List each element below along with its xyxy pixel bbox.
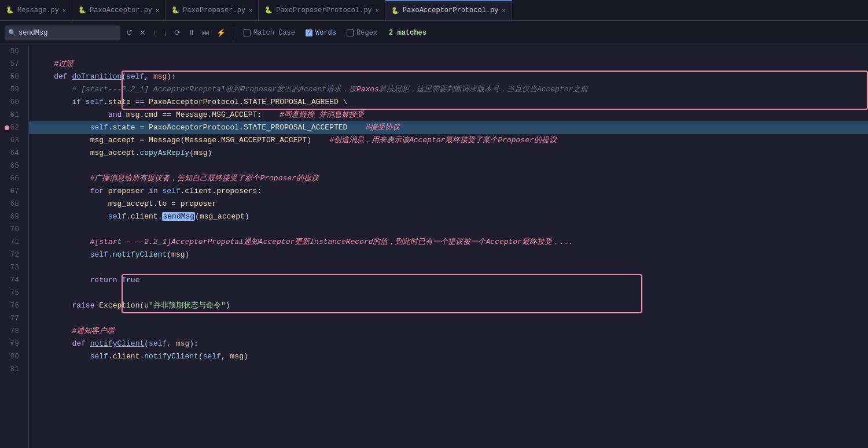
tab-icon-message: 🐍 — [6, 6, 14, 14]
msg-accept-63: msg_accept — [90, 136, 135, 145]
code-line-64: msg_accept.copyAsReply(msg) — [29, 147, 868, 160]
msg-accept-69: msg_accept — [200, 212, 245, 221]
code-content[interactable]: #过渡 def doTranition(self, msg): # [start… — [29, 45, 868, 376]
self-69: self — [108, 212, 126, 221]
line-num-76: 76 — [5, 299, 23, 312]
tab-close-acceptor-proto[interactable]: ✕ — [502, 7, 505, 14]
fold-arrow-61[interactable]: ▼ — [10, 109, 13, 121]
line-num-59: 59 — [5, 83, 23, 96]
regex-option[interactable]: Regex — [343, 28, 381, 38]
search-pause-button[interactable]: ⏸ — [185, 27, 197, 38]
param-self-58: self — [126, 72, 144, 81]
kw-raise-76: raise — [72, 301, 94, 310]
code-line-58: def doTranition(self, msg): — [29, 71, 868, 83]
kw-for-67: for — [90, 187, 104, 195]
kw-in-67: in — [149, 187, 158, 195]
tab-label-proposer-proto: PaxoProposerProtocol.py — [276, 6, 372, 14]
self-72: self — [90, 250, 108, 259]
comment-71: #[start – --2.2_1]AcceptorPropotal通知Acce… — [90, 238, 573, 246]
tab-label-proposer: PaxoProposer.py — [183, 6, 245, 14]
line-num-68: 68 — [5, 198, 23, 210]
code-line-80: self.client.notifyClient(self, msg) — [29, 350, 868, 363]
tab-proposer-proto[interactable]: 🐍 PaxoProposerProtocol.py ✕ — [259, 0, 385, 21]
code-line-77 — [29, 312, 868, 325]
tab-label-message: Message.py — [17, 6, 59, 14]
line-num-63: 63 — [5, 134, 23, 147]
code-line-78: #通知客户端 — [29, 325, 868, 338]
code-line-67: for proposer in self.client.proposers: — [29, 185, 868, 198]
line-num-78: 78 — [5, 325, 23, 338]
tab-close-proposer[interactable]: ✕ — [249, 7, 252, 14]
tab-message[interactable]: 🐍 Message.py ✕ — [0, 0, 72, 21]
search-skip-button[interactable]: ⏭ — [200, 27, 212, 38]
str-76: u"并非预期状态与命令" — [144, 301, 225, 310]
self-62: self — [90, 123, 108, 132]
line-num-70: 70 — [5, 223, 23, 236]
cls-msg-63: Message — [149, 136, 181, 145]
search-prev-button[interactable]: ↺ — [124, 27, 135, 38]
self-60: self — [86, 98, 104, 106]
search-filter-button[interactable]: ⚡ — [214, 27, 228, 38]
search-input-wrap[interactable]: 🔍 — [5, 25, 120, 40]
cls-exception-76: Exception — [99, 301, 139, 310]
code-line-59: # [start---2.2_1] AcceptorPropotal收到Prop… — [29, 83, 868, 96]
code-line-56 — [29, 45, 868, 58]
comment-62: #接受协议 — [366, 123, 400, 132]
match-case-option[interactable]: Match Case — [240, 28, 299, 38]
tab-icon-acceptor: 🐍 — [78, 6, 86, 14]
param-self-79: self — [149, 339, 167, 348]
words-option[interactable]: ✓ Words — [302, 28, 340, 38]
cmd-61: cmd — [144, 110, 157, 119]
proposer-67: proposer — [108, 187, 144, 195]
fold-arrow-67[interactable]: ▼ — [10, 185, 13, 198]
code-line-76: raise Exception(u"并非预期状态与命令") — [29, 299, 868, 312]
match-case-checkbox[interactable] — [244, 29, 251, 36]
search-down-button[interactable]: ↓ — [161, 27, 170, 38]
line-num-81: 81 — [5, 363, 23, 376]
tab-label-acceptor-proto: PaxoAcceptorProtocol.py — [403, 6, 499, 14]
msg-cmd-61: msg — [126, 110, 139, 119]
tab-acceptor[interactable]: 🐍 PaxoAcceptor.py ✕ — [72, 0, 165, 21]
tab-close-message[interactable]: ✕ — [62, 7, 66, 14]
cls-61: Message — [176, 110, 208, 119]
fold-arrow-79[interactable]: ▼ — [10, 338, 13, 350]
match-sendMsg-69: sendMsg — [162, 212, 195, 221]
client-69: client — [131, 212, 158, 221]
search-refresh-button[interactable]: ⟳ — [172, 27, 183, 38]
line-num-61: 61 ▼ — [5, 109, 23, 121]
line-num-60: 60 — [5, 96, 23, 109]
words-checkbox[interactable]: ✓ — [306, 29, 312, 36]
tab-close-proposer-proto[interactable]: ✕ — [376, 7, 379, 14]
line-num-67: 67 ▼ — [5, 185, 23, 198]
comment-78: #通知客户端 — [72, 327, 114, 335]
const2-63: MSG_ACCEPTOR_ACCEPT — [221, 136, 307, 145]
match-case-label: Match Case — [253, 29, 295, 37]
search-up-button[interactable]: ↑ — [150, 27, 159, 38]
search-input[interactable] — [19, 29, 100, 37]
line-num-66: 66 — [5, 172, 23, 185]
state-62: state — [113, 123, 135, 132]
line-num-77: 77 — [5, 312, 23, 325]
search-bar: 🔍 ↺ ✕ ↑ ↓ ⟳ ⏸ ⏭ ⚡ Match Case ✓ Words Reg… — [0, 21, 868, 45]
line-num-56: 56 — [5, 45, 23, 58]
tab-acceptor-proto[interactable]: 🐍 PaxoAcceptorProtocol.py ✕ — [385, 0, 512, 21]
code-area: 56 57 58 ▼ 59 60 61 ▼ 62 63 64 65 66 67 … — [0, 45, 868, 448]
search-close-button[interactable]: ✕ — [137, 27, 148, 38]
code-line-65 — [29, 160, 868, 172]
code-line-72: self.notifyClient(msg) — [29, 249, 868, 261]
code-line-74: return True — [29, 274, 868, 287]
tab-label-acceptor: PaxoAcceptor.py — [90, 6, 152, 14]
tab-proposer[interactable]: 🐍 PaxoProposer.py ✕ — [165, 0, 259, 21]
proposers-67: proposers — [216, 187, 257, 195]
tab-close-acceptor[interactable]: ✕ — [156, 7, 159, 14]
line-num-65: 65 — [5, 160, 23, 172]
regex-checkbox[interactable] — [347, 29, 354, 36]
kw-and-61: and — [108, 110, 122, 119]
msg-72: msg — [171, 250, 185, 259]
const-msg-61: MSG_ACCEPT — [212, 110, 257, 119]
fold-arrow-58[interactable]: ▼ — [10, 71, 13, 83]
search-divider — [234, 27, 234, 39]
cls-62: PaxoAcceptorProtocol — [149, 123, 239, 132]
line-num-75: 75 — [5, 287, 23, 299]
class-60: PaxoAcceptorProtocol — [149, 98, 239, 106]
